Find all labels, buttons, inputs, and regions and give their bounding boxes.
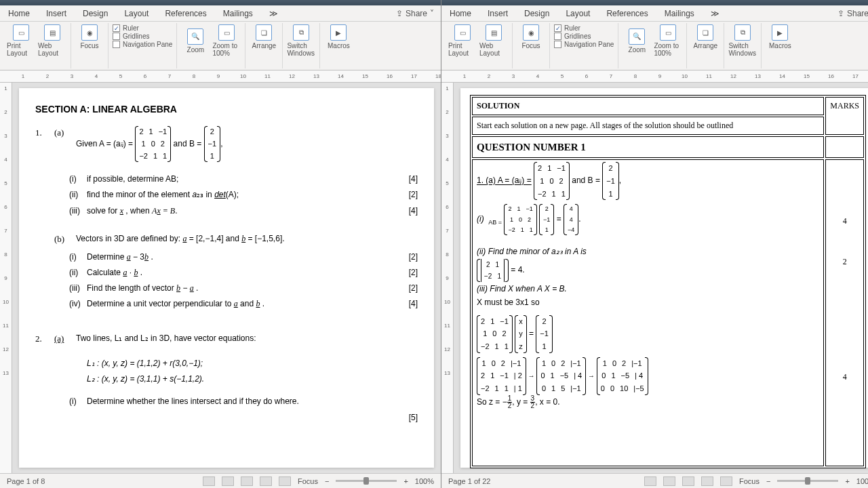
- tab-insert[interactable]: Insert: [38, 5, 75, 21]
- focus-icon: ◉: [81, 24, 98, 41]
- focus-button[interactable]: ◉Focus: [75, 24, 104, 49]
- matrix-B: 2−11: [204, 126, 221, 162]
- zoom-out-button[interactable]: −: [325, 477, 329, 485]
- question-number-header: QUESTION NUMBER 1: [472, 136, 824, 158]
- solution-header: SOLUTION: [472, 97, 824, 115]
- zoom-in-button[interactable]: +: [845, 477, 849, 485]
- arrange-button[interactable]: ❏Arrange: [691, 24, 719, 49]
- view-focus-icon[interactable]: [720, 476, 732, 486]
- tab-home[interactable]: Home: [441, 5, 479, 21]
- tab-more[interactable]: ≫: [261, 5, 286, 21]
- checkbox-checked-icon: ✓: [113, 24, 120, 32]
- zoom-icon: 🔍: [629, 28, 645, 45]
- macros-icon: ▶: [772, 24, 788, 41]
- zoom100-icon: ▭: [218, 24, 235, 41]
- doc-area-right[interactable]: 12345678910111213 SOLUTIONMARKS Start ea…: [441, 83, 868, 473]
- print-layout-button[interactable]: ▭Print Layout: [7, 24, 35, 57]
- zoom-slider[interactable]: [777, 480, 838, 482]
- view-outline-icon[interactable]: [222, 476, 234, 486]
- zoom-level: 100%: [856, 477, 868, 485]
- zoom-slider[interactable]: [336, 480, 397, 482]
- page-right: SOLUTIONMARKS Start each solution on a n…: [460, 88, 868, 468]
- navpane-checkbox[interactable]: Navigation Pane: [113, 41, 172, 48]
- ribbon-right: ▭Print Layout ▤Web Layout ◉Focus ✓Ruler …: [441, 22, 868, 70]
- arrange-icon: ❏: [697, 24, 713, 41]
- gridlines-checkbox[interactable]: Gridlines: [554, 33, 614, 40]
- tab-mailings[interactable]: Mailings: [656, 5, 703, 21]
- view-web-icon[interactable]: [241, 476, 253, 486]
- web-layout-button[interactable]: ▤Web Layout: [479, 24, 508, 57]
- q1a-body: Given A = (aᵢⱼ) = 21−1102−211 and B = 2−…: [76, 126, 418, 162]
- macros-button[interactable]: ▶Macros: [324, 24, 353, 49]
- share-button[interactable]: ⇪Share ˅: [831, 5, 868, 21]
- print-layout-icon: ▭: [454, 24, 471, 41]
- page-indicator: Page 1 of 8: [7, 477, 45, 485]
- switch-icon: ⧉: [293, 24, 309, 41]
- matrix-A: 21−1102−211: [135, 126, 171, 162]
- status-bar-left: Page 1 of 8 Focus − + 100%: [0, 473, 441, 488]
- checkbox-icon: [113, 33, 120, 40]
- view-web-icon[interactable]: [682, 476, 694, 486]
- focus-button[interactable]: ◉Focus: [517, 24, 545, 49]
- web-layout-icon: ▤: [44, 24, 60, 41]
- ruler-h-right: 123456789101112131415161718: [441, 70, 868, 83]
- zoom-out-button[interactable]: −: [766, 477, 770, 485]
- zoom-icon: 🔍: [187, 28, 203, 45]
- tab-design[interactable]: Design: [75, 5, 116, 21]
- zoom-level: 100%: [415, 477, 434, 485]
- switch-windows-button[interactable]: ⧉Switch Windows: [287, 24, 315, 57]
- checkbox-icon: [113, 41, 120, 48]
- macros-icon: ▶: [330, 24, 347, 41]
- tabs-right: Home Insert Design Layout References Mai…: [441, 5, 868, 22]
- ruler-h-left: 123456789101112131415161718: [0, 70, 441, 83]
- tab-layout[interactable]: Layout: [557, 5, 598, 21]
- zoom-button[interactable]: 🔍Zoom: [181, 28, 210, 54]
- macros-button[interactable]: ▶Macros: [766, 24, 794, 49]
- tab-references[interactable]: References: [598, 5, 656, 21]
- zoom-button[interactable]: 🔍Zoom: [623, 28, 651, 54]
- zoom100-icon: ▭: [660, 24, 676, 41]
- zoom100-button[interactable]: ▭Zoom to 100%: [212, 24, 241, 57]
- q1-number: 1.: [35, 126, 47, 162]
- view-focus-icon[interactable]: [279, 476, 291, 486]
- tab-home[interactable]: Home: [0, 5, 38, 21]
- arrange-icon: ❏: [256, 24, 272, 41]
- ribbon-left: ▭Print Layout ▤Web Layout ◉Focus ✓Ruler …: [0, 22, 441, 70]
- left-window: Home Insert Design Layout References Mai…: [0, 0, 441, 488]
- view-outline-icon[interactable]: [663, 476, 675, 486]
- view-draft-icon[interactable]: [701, 476, 713, 486]
- arrange-button[interactable]: ❏Arrange: [250, 24, 278, 49]
- checkbox-icon: [554, 41, 561, 48]
- status-bar-right: Page 1 of 22 Focus − + 100%: [441, 473, 868, 488]
- tab-references[interactable]: References: [157, 5, 214, 21]
- zoom100-button[interactable]: ▭Zoom to 100%: [654, 24, 682, 57]
- navpane-checkbox[interactable]: Navigation Pane: [554, 41, 614, 48]
- web-layout-button[interactable]: ▤Web Layout: [38, 24, 66, 57]
- section-title: SECTION A: LINEAR ALGEBRA: [35, 102, 418, 117]
- view-print-icon[interactable]: [203, 476, 215, 486]
- solution-body: 1. (a) A = (aᵢⱼ) = 21−1102−211 and B = 2…: [472, 159, 824, 466]
- right-window: Home Insert Design Layout References Mai…: [441, 0, 868, 488]
- solution-table: SOLUTIONMARKS Start each solution on a n…: [470, 95, 866, 468]
- view-draft-icon[interactable]: [260, 476, 272, 486]
- titlebar-left: [0, 0, 441, 5]
- gridlines-checkbox[interactable]: Gridlines: [113, 33, 172, 40]
- doc-area-left[interactable]: 12345678910111213 SECTION A: LINEAR ALGE…: [0, 83, 441, 473]
- tabs-left: Home Insert Design Layout References Mai…: [0, 5, 441, 22]
- tab-insert[interactable]: Insert: [479, 5, 516, 21]
- ruler-checkbox[interactable]: ✓Ruler: [554, 24, 614, 32]
- marks-column: 4 2 4: [825, 159, 864, 466]
- tab-layout[interactable]: Layout: [116, 5, 157, 21]
- tab-more[interactable]: ≫: [703, 5, 728, 21]
- view-print-icon[interactable]: [644, 476, 656, 486]
- tab-mailings[interactable]: Mailings: [215, 5, 261, 21]
- marks-header: MARKS: [825, 97, 864, 135]
- tab-design[interactable]: Design: [516, 5, 557, 21]
- switch-windows-button[interactable]: ⧉Switch Windows: [728, 24, 757, 57]
- share-icon: ⇪: [396, 9, 403, 18]
- print-layout-button[interactable]: ▭Print Layout: [448, 24, 477, 57]
- ruler-checkbox[interactable]: ✓Ruler: [113, 24, 172, 32]
- q1a-part: (a): [54, 126, 69, 162]
- zoom-in-button[interactable]: +: [403, 477, 408, 485]
- share-button[interactable]: ⇪Share ˅: [389, 5, 441, 21]
